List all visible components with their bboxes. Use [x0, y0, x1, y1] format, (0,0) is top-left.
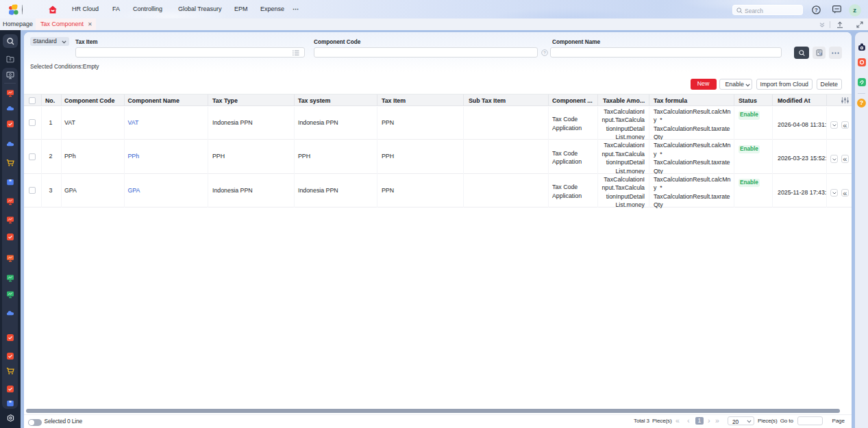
svg-text:?: ?	[543, 50, 546, 55]
svg-text:?: ?	[815, 7, 818, 13]
